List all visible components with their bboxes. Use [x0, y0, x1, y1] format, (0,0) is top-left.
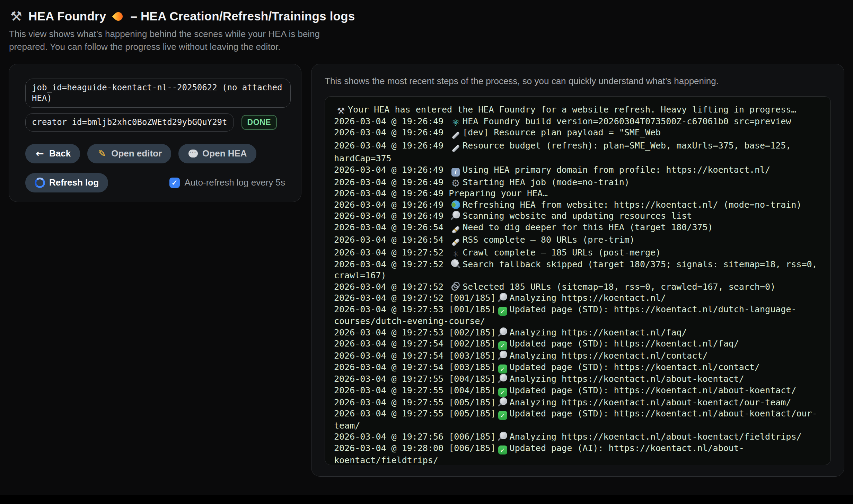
- newspaper-icon: [450, 238, 461, 247]
- back-button[interactable]: Back: [25, 144, 80, 163]
- log-timestamp: 2026-03-04 @ 19:26:49: [334, 141, 449, 151]
- gear-icon: [450, 179, 461, 188]
- check-icon: [497, 306, 508, 316]
- page-header: HEA Foundry – HEA Creation/Refresh/Train…: [0, 0, 853, 53]
- log-message: Using HEA primary domain from profile: h…: [463, 165, 770, 175]
- info-icon: [450, 168, 461, 177]
- log-timestamp: 2026-03-04 @ 19:27:53: [334, 304, 449, 314]
- magnifier-right-icon: [497, 293, 508, 302]
- newspaper-icon: [450, 225, 461, 234]
- job-panel: job_id=heaguide-koentact-nl--20250622 (n…: [9, 64, 301, 202]
- auto-refresh-label: Auto-refresh log every 5s: [185, 177, 285, 188]
- job-id-pill: job_id=heaguide-koentact-nl--20250622 (n…: [25, 79, 291, 108]
- log-message: Starting HEA job (mode=no-train): [463, 177, 630, 187]
- log-timestamp: 2026-03-04 @ 19:27:52: [334, 248, 449, 258]
- speech-balloon-icon: [188, 149, 198, 159]
- log-timestamp: 2026-03-04 @ 19:26:49: [334, 116, 449, 126]
- spider-icon: [450, 250, 461, 259]
- log-message: Preparing your HEA…: [449, 188, 548, 198]
- open-hea-button[interactable]: Open HEA: [178, 144, 256, 163]
- magnifier-right-icon: [497, 351, 508, 360]
- log-line: 2026-03-04 @ 19:26:49 Starting HEA job (…: [334, 177, 821, 188]
- magnifier-left-icon: [450, 259, 461, 269]
- log-sequence-counter: [003/185]: [449, 351, 495, 361]
- log-line: 2026-03-04 @ 19:26:49 Preparing your HEA…: [334, 188, 821, 199]
- fire-icon: [111, 9, 126, 24]
- log-line: 2026-03-04 @ 19:26:49 Scanning website a…: [334, 210, 821, 222]
- check-icon: [497, 341, 508, 350]
- log-timestamp: 2026-03-04 @ 19:26:49: [334, 200, 449, 210]
- log-message: Refreshing HEA from website: https://koe…: [463, 200, 801, 210]
- log-line: 2026-03-04 @ 19:26:49 HEA Foundry build …: [334, 116, 821, 127]
- log-sequence-counter: [001/185]: [449, 293, 495, 303]
- log-message: Crawl complete – 185 URLs (post-merge): [463, 248, 661, 258]
- log-line: 2026-03-04 @ 19:27:55 [005/185]Analyzing…: [334, 397, 821, 408]
- log-timestamp: 2026-03-04 @ 19:26:49: [334, 188, 449, 198]
- log-sequence-counter: [006/185]: [449, 432, 495, 442]
- ruler-icon: [450, 144, 461, 153]
- auto-refresh-checkbox[interactable]: [169, 178, 180, 188]
- page-title-text-1: HEA Foundry: [28, 9, 106, 23]
- log-line: 2026-03-04 @ 19:27:52 Search fallback sk…: [334, 259, 821, 281]
- log-line: 2026-03-04 @ 19:27:53 [002/185]Analyzing…: [334, 327, 821, 339]
- log-output[interactable]: Your HEA has entered the HEA Foundry for…: [325, 96, 831, 465]
- log-timestamp: 2026-03-04 @ 19:26:49: [334, 165, 449, 175]
- log-line: 2026-03-04 @ 19:27:55 [004/185]Analyzing…: [334, 374, 821, 385]
- log-sequence-counter: [003/185]: [449, 362, 495, 372]
- log-timestamp: 2026-03-04 @ 19:26:49: [334, 127, 449, 137]
- log-timestamp: 2026-03-04 @ 19:26:54: [334, 235, 449, 245]
- log-line: 2026-03-04 @ 19:26:49 Using HEA primary …: [334, 164, 821, 177]
- log-timestamp: 2026-03-04 @ 19:26:49: [334, 177, 449, 187]
- open-hea-label: Open HEA: [202, 148, 247, 159]
- creator-row: creator_id=bmljb2xhc0BoZWEtd29ybGQuY29t …: [25, 113, 289, 132]
- log-line: 2026-03-04 @ 19:27:56 [006/185]Analyzing…: [334, 431, 821, 443]
- hammer-wrench-icon: [335, 107, 346, 116]
- hammer-and-wrench-icon: [9, 9, 24, 24]
- log-timestamp: 2026-03-04 @ 19:27:52: [334, 293, 449, 303]
- log-timestamp: 2026-03-04 @ 19:27:56: [334, 432, 449, 442]
- log-line: 2026-03-04 @ 19:26:49 Resource budget (r…: [334, 140, 821, 164]
- magnifier-right-icon: [497, 397, 508, 407]
- log-sequence-counter: [002/185]: [449, 327, 495, 338]
- log-timestamp: 2026-03-04 @ 19:27:55: [334, 385, 449, 395]
- magnifier-right-icon: [497, 374, 508, 383]
- log-message: Updated page (STD): https://koentact.nl/…: [510, 385, 797, 395]
- magnifier-right-icon: [450, 211, 461, 220]
- log-panel-header: This shows the most recent steps of the …: [325, 76, 831, 87]
- auto-refresh-group: Auto-refresh log every 5s: [169, 177, 285, 188]
- log-message: Scanning website and updating resources …: [463, 211, 692, 221]
- log-line: 2026-03-04 @ 19:26:49 Refreshing HEA fro…: [334, 199, 821, 211]
- log-message: Analyzing https://koentact.nl/faq/: [510, 327, 687, 338]
- log-sequence-counter: [006/185]: [449, 443, 495, 453]
- back-button-label: Back: [49, 148, 71, 159]
- log-message: Updated page (STD): https://koentact.nl/…: [510, 339, 739, 349]
- log-message: RSS complete – 80 URLs (pre-trim): [463, 235, 635, 245]
- open-editor-button[interactable]: Open editor: [87, 144, 171, 163]
- creator-id-pill: creator_id=bmljb2xhc0BoZWEtd29ybGQuY29t: [25, 113, 234, 132]
- log-message: Analyzing https://koentact.nl/: [510, 293, 666, 303]
- log-message: [dev] Resource plan payload = "SME_Web: [463, 127, 661, 137]
- refresh-log-button[interactable]: Refresh log: [25, 173, 108, 192]
- log-line: 2026-03-04 @ 19:27:55 [005/185]Updated p…: [334, 408, 821, 431]
- cyclone-icon: [35, 178, 45, 188]
- log-message: HEA Foundry build version=20260304T07350…: [463, 116, 791, 126]
- button-row: Back Open editor Open HEA: [25, 144, 289, 163]
- log-message: Analyzing https://koentact.nl/contact/: [510, 351, 708, 361]
- status-badge: DONE: [241, 115, 277, 130]
- log-timestamp: 2026-03-04 @ 19:28:00: [334, 443, 449, 453]
- log-sequence-counter: [002/185]: [449, 339, 495, 349]
- log-line: 2026-03-04 @ 19:26:49 [dev] Resource pla…: [334, 127, 821, 140]
- log-timestamp: 2026-03-04 @ 19:27:54: [334, 362, 449, 372]
- log-line: 2026-03-04 @ 19:27:53 [001/185]Updated p…: [334, 304, 821, 327]
- log-line: 2026-03-04 @ 19:27:54 [002/185]Updated p…: [334, 338, 821, 350]
- magnifier-right-icon: [497, 327, 508, 337]
- pencil-icon: [97, 149, 107, 159]
- log-sequence-counter: [004/185]: [449, 385, 495, 395]
- log-message: Analyzing https://koentact.nl/about-koen…: [510, 397, 791, 407]
- bottom-band: [0, 495, 853, 504]
- globe-icon: [450, 200, 461, 209]
- log-sequence-counter: [001/185]: [449, 304, 495, 314]
- log-line: 2026-03-04 @ 19:28:00 [006/185]Updated p…: [334, 443, 821, 465]
- log-line: 2026-03-04 @ 19:27:52 Selected 185 URLs …: [334, 281, 821, 293]
- magnifier-right-icon: [497, 432, 508, 441]
